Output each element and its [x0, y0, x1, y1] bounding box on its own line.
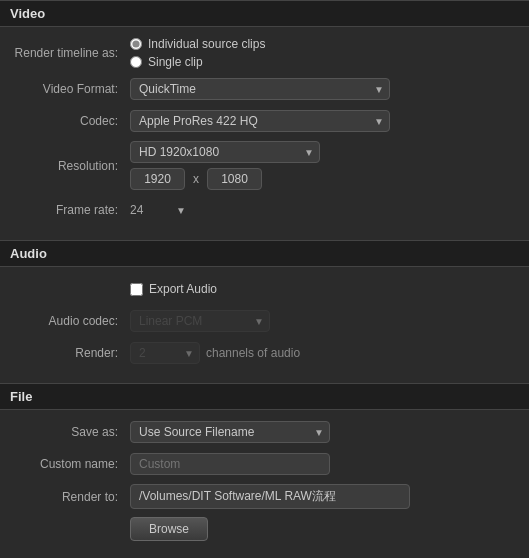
framerate-value: 24: [130, 203, 170, 217]
browse-control: Browse: [130, 517, 529, 541]
single-clip-radio[interactable]: [130, 56, 142, 68]
custom-name-row: Custom name:: [0, 452, 529, 476]
render-channels-label: Render:: [0, 346, 130, 360]
video-format-control: QuickTime MXF AVI ▼: [130, 78, 529, 100]
save-as-select[interactable]: Use Source Filename Custom Name: [130, 421, 330, 443]
render-timeline-label: Render timeline as:: [0, 46, 130, 60]
audio-codec-row: Audio codec: Linear PCM ▼: [0, 309, 529, 333]
codec-row: Codec: Apple ProRes 422 HQ Apple ProRes …: [0, 109, 529, 133]
audio-codec-select: Linear PCM: [130, 310, 270, 332]
render-to-row: Render to: /Volumes/DIT Software/ML RAW流…: [0, 484, 529, 509]
resolution-width-input[interactable]: [130, 168, 185, 190]
individual-clips-radio[interactable]: [130, 38, 142, 50]
resolution-preset-wrapper: HD 1920x1080 4K 3840x2160 Custom ▼: [130, 141, 320, 163]
resolution-inputs: x: [130, 168, 320, 190]
export-audio-row: Export Audio: [0, 277, 529, 301]
audio-section-header: Audio: [0, 240, 529, 267]
resolution-label: Resolution:: [0, 159, 130, 173]
video-section-content: Render timeline as: Individual source cl…: [0, 27, 529, 240]
video-format-label: Video Format:: [0, 82, 130, 96]
render-timeline-radio-group: Individual source clips Single clip: [130, 37, 265, 69]
custom-name-control: [130, 453, 529, 475]
save-as-select-wrapper: Use Source Filename Custom Name ▼: [130, 421, 330, 443]
audio-codec-label: Audio codec:: [0, 314, 130, 328]
single-clip-label: Single clip: [148, 55, 203, 69]
export-audio-label: Export Audio: [149, 282, 217, 296]
resolution-group: HD 1920x1080 4K 3840x2160 Custom ▼ x: [130, 141, 320, 190]
render-timeline-row: Render timeline as: Individual source cl…: [0, 37, 529, 69]
audio-section-content: Export Audio Audio codec: Linear PCM ▼ R…: [0, 267, 529, 383]
framerate-wrapper: 24 ▼: [130, 203, 186, 217]
audio-codec-select-wrapper: Linear PCM ▼: [130, 310, 270, 332]
resolution-height-input[interactable]: [207, 168, 262, 190]
video-section-header: Video: [0, 0, 529, 27]
codec-select-wrapper: Apple ProRes 422 HQ Apple ProRes 422 App…: [130, 110, 390, 132]
resolution-x-label: x: [193, 172, 199, 186]
video-section-title: Video: [10, 6, 45, 21]
video-format-select-wrapper: QuickTime MXF AVI ▼: [130, 78, 390, 100]
browse-row: Browse: [0, 517, 529, 541]
custom-name-input[interactable]: [130, 453, 330, 475]
codec-label: Codec:: [0, 114, 130, 128]
file-section-content: Save as: Use Source Filename Custom Name…: [0, 410, 529, 558]
save-as-control: Use Source Filename Custom Name ▼: [130, 421, 529, 443]
render-to-path: /Volumes/DIT Software/ML RAW流程: [130, 484, 410, 509]
individual-clips-label: Individual source clips: [148, 37, 265, 51]
browse-button[interactable]: Browse: [130, 517, 208, 541]
export-audio-checkbox-label[interactable]: Export Audio: [130, 282, 217, 296]
render-channels-select: 2: [130, 342, 200, 364]
individual-clips-option[interactable]: Individual source clips: [130, 37, 265, 51]
framerate-control: 24 ▼: [130, 203, 529, 217]
channels-of-audio-text: channels of audio: [206, 346, 300, 360]
file-section-header: File: [0, 383, 529, 410]
framerate-label: Frame rate:: [0, 203, 130, 217]
codec-control: Apple ProRes 422 HQ Apple ProRes 422 App…: [130, 110, 529, 132]
render-to-label: Render to:: [0, 490, 130, 504]
save-as-row: Save as: Use Source Filename Custom Name…: [0, 420, 529, 444]
audio-codec-control: Linear PCM ▼: [130, 310, 529, 332]
render-channels-row: Render: 2 ▼ channels of audio: [0, 341, 529, 365]
resolution-control: HD 1920x1080 4K 3840x2160 Custom ▼ x: [130, 141, 529, 190]
custom-name-label: Custom name:: [0, 457, 130, 471]
render-to-control: /Volumes/DIT Software/ML RAW流程: [130, 484, 529, 509]
framerate-arrow-icon: ▼: [176, 205, 186, 216]
render-channels-control: 2 ▼ channels of audio: [130, 342, 529, 364]
audio-section-title: Audio: [10, 246, 47, 261]
file-section-title: File: [10, 389, 32, 404]
resolution-preset-select[interactable]: HD 1920x1080 4K 3840x2160 Custom: [130, 141, 320, 163]
video-format-row: Video Format: QuickTime MXF AVI ▼: [0, 77, 529, 101]
codec-select[interactable]: Apple ProRes 422 HQ Apple ProRes 422 App…: [130, 110, 390, 132]
single-clip-option[interactable]: Single clip: [130, 55, 265, 69]
framerate-row: Frame rate: 24 ▼: [0, 198, 529, 222]
video-format-select[interactable]: QuickTime MXF AVI: [130, 78, 390, 100]
save-as-label: Save as:: [0, 425, 130, 439]
render-timeline-controls: Individual source clips Single clip: [130, 37, 529, 69]
render-channels-select-wrapper: 2 ▼: [130, 342, 200, 364]
export-audio-control: Export Audio: [130, 282, 529, 296]
export-audio-checkbox[interactable]: [130, 283, 143, 296]
resolution-row: Resolution: HD 1920x1080 4K 3840x2160 Cu…: [0, 141, 529, 190]
